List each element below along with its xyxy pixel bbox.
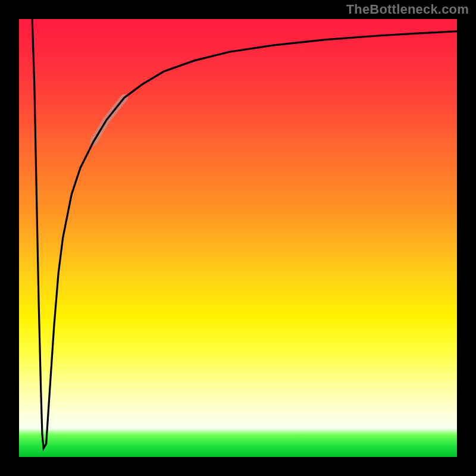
plot-area (19, 19, 457, 457)
bottleneck-curve (32, 19, 457, 448)
chart-frame: TheBottleneck.com (0, 0, 476, 476)
curve-layer (19, 19, 457, 457)
watermark-text: TheBottleneck.com (346, 2, 469, 17)
